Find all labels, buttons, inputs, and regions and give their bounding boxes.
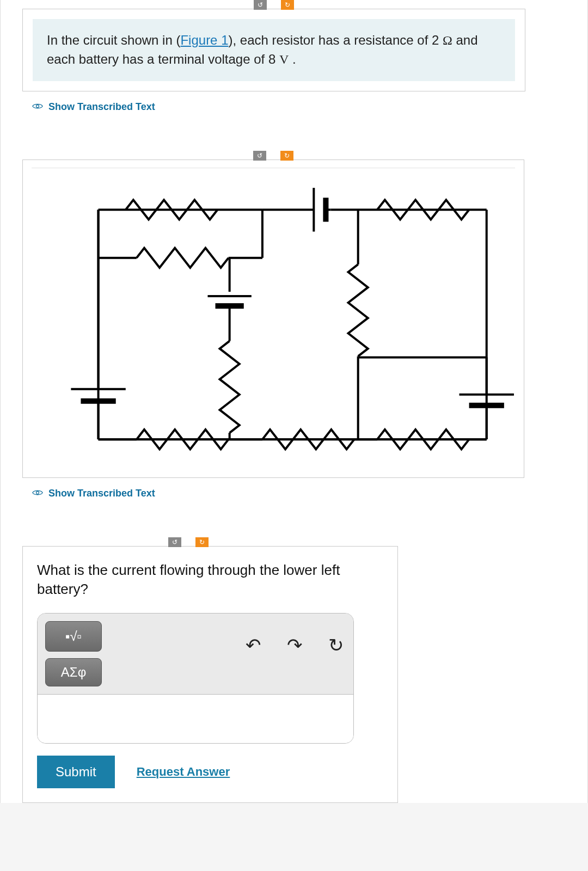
ohm-symbol: Ω: [443, 33, 452, 47]
svg-point-0: [36, 105, 39, 107]
svg-point-1: [36, 491, 39, 494]
rotate-ccw-button[interactable]: ↺: [168, 537, 181, 547]
rotate-ccw-button[interactable]: ↺: [254, 0, 267, 10]
rotate-cw-button[interactable]: ↻: [280, 151, 293, 161]
reset-icon[interactable]: ↻: [328, 634, 344, 656]
figure-1-link[interactable]: Figure 1: [180, 33, 228, 47]
show-transcribed-text-link[interactable]: Show Transcribed Text: [32, 101, 566, 113]
rotate-ccw-button[interactable]: ↺: [253, 151, 266, 161]
submit-button[interactable]: Submit: [37, 756, 115, 788]
rotate-cw-button[interactable]: ↻: [195, 537, 209, 547]
eye-icon: [32, 101, 43, 113]
eye-icon: [32, 488, 43, 499]
greek-symbols-button[interactable]: ΑΣφ: [45, 658, 102, 686]
show-transcribed-text-link[interactable]: Show Transcribed Text: [32, 488, 566, 499]
request-answer-link[interactable]: Request Answer: [137, 765, 230, 779]
problem-statement-text: In the circuit shown in (Figure 1), each…: [33, 19, 515, 81]
redo-icon[interactable]: ↷: [287, 634, 302, 656]
volt-symbol: V: [279, 52, 289, 66]
transcribed-label: Show Transcribed Text: [48, 101, 155, 113]
math-template-button[interactable]: ▪√▫: [45, 621, 102, 652]
divider: [32, 168, 515, 168]
text-fragment: In the circuit shown in (: [47, 33, 180, 47]
text-fragment: ), each resistor has a resistance of 2: [228, 33, 443, 47]
answer-tool: ▪√▫ ΑΣφ ↶ ↷ ↻: [37, 613, 354, 744]
circuit-diagram: [27, 177, 519, 461]
transcribed-label: Show Transcribed Text: [48, 488, 155, 499]
answer-input[interactable]: [38, 694, 353, 743]
circuit-figure-panel: [22, 160, 524, 478]
problem-statement-panel: In the circuit shown in (Figure 1), each…: [22, 9, 525, 91]
question-panel: What is the current flowing through the …: [22, 546, 398, 803]
undo-icon[interactable]: ↶: [246, 634, 261, 656]
question-prompt: What is the current flowing through the …: [37, 561, 383, 599]
rotate-cw-button[interactable]: ↻: [281, 0, 294, 10]
text-fragment: .: [289, 52, 296, 66]
